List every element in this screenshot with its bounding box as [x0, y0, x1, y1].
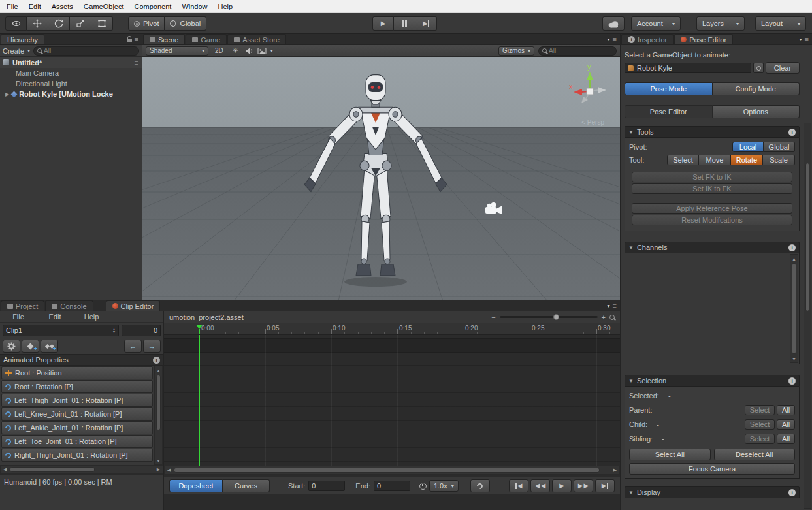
gizmos-dropdown[interactable]: Gizmos ▾ [498, 46, 534, 56]
scroll-left-icon[interactable]: ◀ [165, 466, 173, 474]
play-button[interactable]: ▶ [372, 16, 394, 31]
last-frame-button[interactable]: ▶ [595, 479, 615, 492]
timeline-hscrollbar[interactable]: ◀ ▶ [164, 466, 620, 475]
property-row[interactable]: Right_Thigh_Joint_01 : Rotation [P] [1, 449, 153, 462]
clear-button[interactable]: Clear [766, 62, 800, 74]
set-ik-to-fk-button[interactable]: Set IK to FK [632, 183, 792, 194]
shading-mode-dropdown[interactable]: Shaded ▾ [146, 46, 208, 56]
menu-component[interactable]: Component [129, 1, 177, 12]
clip-menu-edit[interactable]: Edit [37, 313, 73, 321]
tool-select-button[interactable]: Select [667, 155, 699, 165]
channels-scrollbar[interactable]: ▲ ▼ [790, 254, 798, 363]
scene-header-row[interactable]: Untitled* ≡ [0, 57, 142, 68]
sibling-all-button[interactable]: All [777, 434, 795, 444]
select-all-button[interactable]: Select All [629, 449, 711, 460]
sibling-select-button[interactable]: Select [745, 434, 775, 444]
zoom-in-icon[interactable]: + [602, 313, 606, 321]
info-icon[interactable]: i [788, 377, 796, 385]
scene-search[interactable] [538, 46, 617, 56]
property-row-root-position[interactable]: Root : Position [1, 366, 153, 379]
hierarchy-search[interactable] [33, 46, 139, 56]
perspective-label[interactable]: < Persp [581, 119, 604, 126]
menu-window[interactable]: Window [176, 1, 212, 12]
start-field[interactable]: 0 [308, 481, 345, 491]
timeline-ruler[interactable]: 0:00 0:05 0:10 0:15 0:20 0:25 0:30 [164, 323, 620, 335]
layout-dropdown[interactable]: Layout ▾ [755, 16, 806, 31]
scene-search-input[interactable] [549, 47, 613, 54]
scene-viewport[interactable]: y x < Persp [142, 57, 620, 300]
tab-inspector[interactable]: i Inspector [621, 34, 674, 44]
child-select-button[interactable]: Select [745, 419, 775, 430]
2d-toggle[interactable]: 2D [212, 47, 226, 54]
reset-modifications-button[interactable]: Reset Modifcations [632, 215, 792, 225]
hierarchy-search-input[interactable] [44, 47, 135, 54]
selection-section-header[interactable]: ▼ Selection i [625, 375, 800, 387]
prev-key-button[interactable]: ← [124, 340, 142, 353]
dock-menu-icon[interactable]: ≡ [613, 302, 617, 310]
scroll-left-icon[interactable]: ◀ [1, 466, 9, 473]
property-row[interactable]: Root : Rotation [P] [1, 380, 153, 393]
step-button[interactable]: ▶ [415, 16, 437, 31]
tool-scale-button[interactable]: Scale [763, 155, 795, 165]
menu-edit[interactable]: Edit [24, 1, 46, 12]
set-fk-to-ik-button[interactable]: Set FK to IK [632, 172, 792, 182]
account-dropdown[interactable]: Account ▾ [631, 16, 681, 31]
rect-tool-button[interactable] [91, 16, 113, 31]
audio-toggle-icon[interactable] [245, 47, 253, 55]
pause-button[interactable] [394, 16, 415, 31]
clip-select-dropdown[interactable]: Clip1 ▲▼ [3, 325, 119, 336]
robot-character[interactable] [297, 69, 454, 295]
scroll-down-icon[interactable]: ▼ [155, 456, 162, 464]
parent-all-button[interactable]: All [777, 405, 795, 415]
hierarchy-item-main-camera[interactable]: Main Camera [0, 68, 142, 78]
pose-editor-scrollbar[interactable] [804, 123, 811, 509]
scale-tool-button[interactable] [70, 16, 91, 31]
info-icon[interactable]: i [788, 489, 796, 496]
hierarchy-item-robot-kyle[interactable]: ▶ Robot Kyle [UMotion Locke [0, 89, 142, 99]
menu-gameobject[interactable]: GameObject [78, 1, 129, 12]
curves-tab[interactable]: Curves [223, 479, 270, 492]
info-icon[interactable]: i [788, 129, 796, 136]
clip-menu-file[interactable]: File [0, 313, 37, 321]
clip-menu-help[interactable]: Help [73, 313, 110, 321]
zoom-slider-thumb[interactable] [553, 314, 559, 320]
tool-rotate-button[interactable]: Rotate [731, 155, 763, 165]
tool-move-button[interactable]: Move [699, 155, 731, 165]
display-section-header[interactable]: ▼ Display i [625, 486, 800, 498]
dock-caret-icon[interactable]: ▾ [608, 37, 610, 42]
zoom-out-icon[interactable]: − [491, 313, 495, 321]
pivot-local-button[interactable]: Local [732, 142, 764, 152]
scene-orientation-gizmo[interactable]: y x [569, 63, 611, 110]
frame-field[interactable]: 0 [122, 325, 161, 336]
tab-pose-editor[interactable]: Pose Editor [674, 34, 733, 44]
tab-clip-editor[interactable]: Clip Editor [106, 300, 161, 311]
add-key-all-button[interactable]: + [41, 340, 58, 353]
tab-scene[interactable]: Scene [143, 34, 185, 44]
pose-mode-button[interactable]: Pose Mode [625, 82, 713, 95]
next-frame-button[interactable]: ▶▶ [574, 479, 593, 492]
effects-toggle-icon[interactable] [257, 47, 267, 55]
menu-file[interactable]: File [1, 1, 24, 12]
play-animation-button[interactable]: ▶ [552, 479, 572, 492]
dock-caret-icon[interactable]: ▾ [608, 303, 610, 309]
menu-assets[interactable]: Assets [46, 1, 78, 12]
dock-menu-icon[interactable]: ≡ [805, 35, 809, 43]
info-icon[interactable]: i [153, 357, 160, 364]
tools-section-header[interactable]: ▼ Tools i [625, 126, 800, 138]
dock-menu-icon[interactable]: ≡ [613, 35, 617, 43]
lighting-toggle-icon[interactable]: ☀ [230, 47, 241, 54]
scroll-up-icon[interactable]: ▲ [155, 366, 162, 374]
camera-gizmo-icon[interactable] [485, 202, 504, 215]
search-icon[interactable] [609, 315, 615, 320]
create-dropdown[interactable]: Create [3, 47, 24, 55]
loop-toggle-button[interactable] [470, 479, 490, 492]
deselect-all-button[interactable]: Deselect All [714, 449, 796, 460]
dopesheet-tab[interactable]: Dopesheet [169, 479, 223, 492]
property-row[interactable]: Left_Ankle_Joint_01 : Rotation [P] [1, 421, 153, 434]
scroll-down-icon[interactable]: ▼ [790, 355, 798, 362]
apply-reference-pose-button[interactable]: Apply Reference Pose [632, 203, 792, 214]
child-all-button[interactable]: All [777, 419, 795, 430]
scroll-up-icon[interactable]: ▲ [790, 255, 798, 263]
subtab-options[interactable]: Options [713, 105, 800, 118]
scene-menu-icon[interactable]: ≡ [135, 59, 138, 67]
